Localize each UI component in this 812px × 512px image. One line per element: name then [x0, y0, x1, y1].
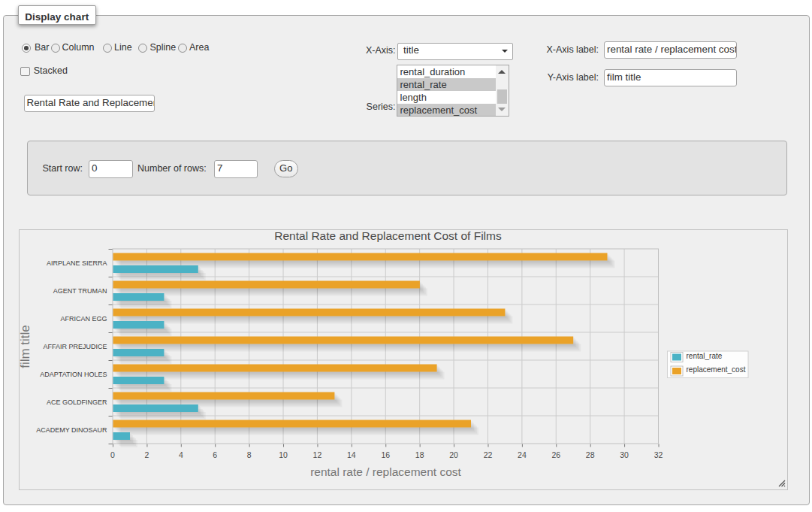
svg-text:18: 18 [415, 450, 424, 459]
svg-text:10: 10 [279, 450, 288, 459]
svg-text:12: 12 [312, 450, 321, 459]
svg-text:AGENT TRUMAN: AGENT TRUMAN [53, 287, 107, 295]
svg-text:32: 32 [654, 450, 663, 459]
svg-text:4: 4 [178, 450, 183, 459]
svg-text:30: 30 [620, 450, 629, 459]
svg-text:rental_rate: rental_rate [686, 352, 722, 360]
svg-text:0: 0 [110, 450, 115, 459]
svg-text:2: 2 [144, 450, 149, 459]
svg-text:16: 16 [381, 450, 390, 459]
svg-text:AIRPLANE SIERRA: AIRPLANE SIERRA [46, 259, 107, 267]
svg-text:26: 26 [551, 450, 560, 459]
svg-text:22: 22 [483, 450, 492, 459]
svg-text:Rental Rate and Replacement Co: Rental Rate and Replacement Cost of Film… [274, 230, 502, 242]
svg-text:6: 6 [213, 450, 217, 459]
svg-text:ACADEMY DINOSAUR: ACADEMY DINOSAUR [36, 426, 107, 434]
svg-text:film title: film title [20, 325, 32, 368]
svg-text:8: 8 [246, 450, 251, 459]
svg-text:ACE GOLDFINGER: ACE GOLDFINGER [46, 398, 107, 406]
svg-text:ADAPTATION HOLES: ADAPTATION HOLES [40, 371, 107, 378]
svg-text:28: 28 [585, 450, 594, 459]
svg-text:AFFAIR PREJUDICE: AFFAIR PREJUDICE [43, 343, 107, 350]
svg-text:replacement_cost: replacement_cost [686, 365, 745, 374]
svg-text:20: 20 [449, 450, 458, 459]
svg-text:AFRICAN EGG: AFRICAN EGG [60, 315, 107, 323]
svg-text:rental rate / replacement cost: rental rate / replacement cost [310, 465, 461, 478]
svg-text:24: 24 [518, 450, 527, 459]
svg-text:14: 14 [346, 450, 355, 459]
